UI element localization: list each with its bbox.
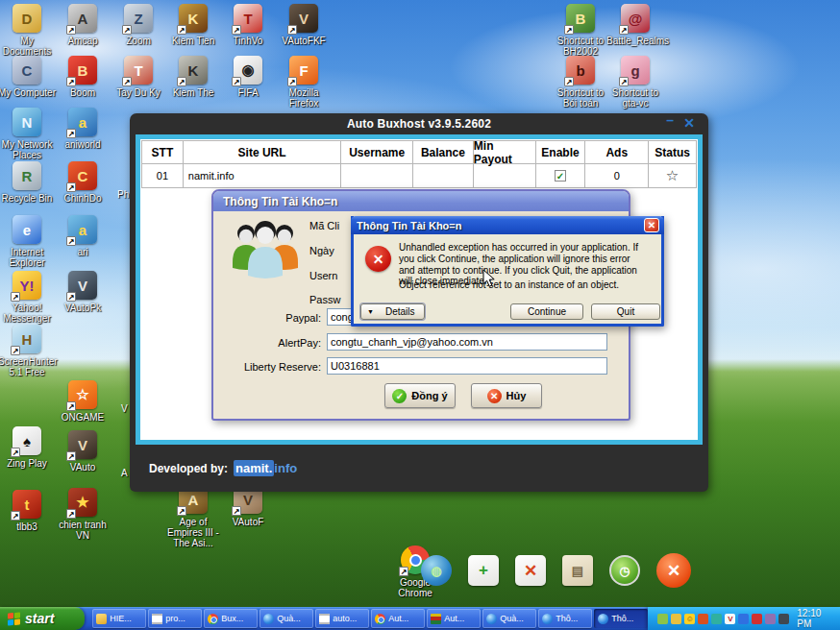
taskbar-task-9-th[interactable]: Thô... bbox=[594, 609, 648, 628]
start-button[interactable]: start bbox=[0, 607, 85, 630]
exit-app-icon[interactable]: ✕ bbox=[656, 553, 691, 588]
desktop-icon-fifa[interactable]: ◉↗FIFA bbox=[219, 56, 277, 98]
column-header-status: Status bbox=[649, 140, 697, 164]
confirm-button[interactable]: ✓Đồng ý bbox=[384, 383, 456, 408]
shortcut-arrow-icon: ↗ bbox=[564, 77, 574, 86]
desktop-icon-battle-realms[interactable]: @↗Battle_Realms bbox=[606, 4, 664, 46]
table-row[interactable]: 01namit.info✓0☆ bbox=[141, 164, 697, 188]
desktop-icon-boom[interactable]: B↗Boom bbox=[54, 56, 111, 98]
web-globe-icon[interactable]: ◍ bbox=[421, 555, 452, 586]
desktop-icon-shortcut-to-bh2002[interactable]: B↗Shortcut to BH2002 bbox=[552, 4, 609, 57]
tray-icon-2[interactable]: ☺ bbox=[684, 614, 695, 624]
desktop-icon-tinhvo[interactable]: T↗TinhVo bbox=[219, 4, 277, 46]
shortcut-arrow-icon: ↗ bbox=[11, 346, 20, 355]
desktop-icon-yahoo-messenger[interactable]: Y!↗Yahoo! Messenger bbox=[0, 271, 56, 324]
desktop-icon-my-documents[interactable]: DMy Documents bbox=[0, 4, 56, 57]
cancel-button[interactable]: ✕Hủy bbox=[471, 383, 542, 408]
tray-icon-1[interactable] bbox=[671, 614, 681, 624]
desktop-icon-internet-explorer[interactable]: eInternet Explorer bbox=[0, 215, 56, 268]
desktop-icon-chien-tranh-vn[interactable]: ★↗chien tranh VN bbox=[54, 488, 111, 541]
desktop-icon-my-network-places[interactable]: NMy Network Places bbox=[0, 108, 56, 160]
desktop-icon-zing-play[interactable]: ♠↗Zing Play bbox=[0, 426, 56, 469]
continue-button[interactable]: Continue bbox=[510, 303, 583, 320]
desktop-icon-tay-du-ky[interactable]: T↗Tay Du Ky bbox=[110, 56, 167, 98]
desktop-icon-mozilla-firefox[interactable]: F↗Mozilla Firefox bbox=[275, 56, 333, 109]
desktop-icon-my-computer[interactable]: CMy Computer bbox=[0, 56, 56, 98]
close-button[interactable]: ✕ bbox=[683, 115, 695, 131]
desktop-icon-kiem-the[interactable]: K↗Kiem The bbox=[164, 56, 222, 98]
desktop-icon-vautofkf[interactable]: V↗VAutoFKF bbox=[275, 4, 333, 46]
shortcut-arrow-icon: ↗ bbox=[232, 77, 241, 86]
taskbar-task-1-pro[interactable]: pro... bbox=[148, 609, 202, 628]
tray-icon-7[interactable] bbox=[752, 614, 762, 624]
status-star-icon[interactable]: ☆ bbox=[649, 164, 697, 188]
desktop-icon-tlbb3[interactable]: t↗tlbb3 bbox=[0, 490, 56, 532]
details-button[interactable]: ▼ Details bbox=[360, 303, 425, 320]
enable-checkbox[interactable]: ✓ bbox=[536, 164, 586, 188]
recycle-bin-icon: R bbox=[12, 161, 41, 190]
icon-glyph: a bbox=[79, 114, 86, 131]
taskbar-task-5-aut[interactable]: Aut... bbox=[371, 609, 425, 628]
shortcut-arrow-icon: ↗ bbox=[232, 25, 241, 35]
tray-icon-0[interactable] bbox=[657, 614, 668, 624]
icon-glyph: b bbox=[576, 62, 584, 79]
desktop-icon-kiem-tien[interactable]: K↗Kiem Tien bbox=[164, 4, 222, 46]
contacts-card-icon[interactable]: ▤ bbox=[562, 555, 593, 586]
exception-dialog-titlebar[interactable]: Thông Tin Tài Kho=n bbox=[351, 216, 664, 234]
desktop-icon-vautopk[interactable]: V↗VAutoPk bbox=[54, 271, 111, 313]
window-titlebar[interactable]: Auto Buxhost v3.9.5.2602 – ✕ bbox=[130, 113, 708, 134]
books-icon bbox=[431, 614, 441, 624]
timer-clock-icon[interactable]: ◷ bbox=[609, 555, 640, 586]
desktop-icon-chinhdo[interactable]: C↗ChinhDo bbox=[54, 161, 111, 204]
desktop-icon-vauto[interactable]: V↗VAuto bbox=[54, 430, 111, 472]
quit-button[interactable]: Quit bbox=[591, 303, 660, 320]
icon-label: Battle_Realms bbox=[606, 36, 664, 46]
tlbb3-icon: t↗ bbox=[12, 490, 41, 519]
chinhdo-icon: C↗ bbox=[68, 161, 97, 190]
field-label-m-cli: Mã Cli bbox=[309, 220, 348, 231]
tray-icon-8[interactable] bbox=[765, 614, 776, 624]
tray-icon-6[interactable] bbox=[738, 614, 749, 624]
alertpay-field[interactable] bbox=[327, 333, 607, 351]
field-label-usern: Usern bbox=[309, 270, 348, 281]
desktop-icon-shortcut-to-gta-vc[interactable]: g↗Shortcut to gta-vc bbox=[606, 56, 664, 109]
taskbar-task-7-qu[interactable]: Quà... bbox=[482, 609, 536, 628]
account-dialog-titlebar[interactable]: Thông Tin Tài Kho=n bbox=[213, 191, 629, 211]
shortcut-arrow-icon: ↗ bbox=[66, 401, 76, 411]
taskbar-task-0-hie[interactable]: HIE... bbox=[92, 609, 146, 628]
desktop-icon-ongame[interactable]: ☆↗ONGAME bbox=[54, 380, 111, 423]
desktop-icon-recycle-bin[interactable]: RRecycle Bin bbox=[0, 161, 56, 204]
desktop-icon-age-of-empires-iii-the-asi[interactable]: A↗Age of Empires III - The Asi... bbox=[164, 485, 222, 549]
add-note-icon[interactable]: + bbox=[468, 555, 499, 586]
boom-icon: B↗ bbox=[68, 56, 97, 85]
brand-bold: namit. bbox=[234, 460, 274, 476]
tray-icon-4[interactable] bbox=[711, 614, 722, 624]
icon-label: tlbb3 bbox=[0, 521, 56, 532]
globe-icon bbox=[598, 614, 608, 624]
shortcut-arrow-icon: ↗ bbox=[122, 77, 132, 86]
tray-icon-9[interactable] bbox=[778, 614, 789, 624]
desktop-icon-aniworld[interactable]: a↗aniworld bbox=[54, 108, 111, 150]
taskbar-task-4-auto[interactable]: auto... bbox=[315, 609, 369, 628]
delete-note-icon[interactable]: ✕ bbox=[515, 555, 546, 586]
desktop-icon-ari[interactable]: a↗ari bbox=[54, 215, 111, 257]
star-icon: ☆ bbox=[666, 167, 679, 184]
liberty-reserve-field[interactable] bbox=[327, 357, 607, 375]
tray-icon-5[interactable]: V bbox=[725, 614, 735, 624]
taskbar-task-3-qu[interactable]: Quà... bbox=[259, 609, 313, 628]
desktop-icon-amcap[interactable]: A↗Amcap bbox=[54, 4, 111, 46]
taskbar-task-2-bux[interactable]: Bux... bbox=[204, 609, 258, 628]
desktop-icon-zoom[interactable]: Z↗Zoom bbox=[110, 4, 167, 46]
taskbar-task-6-aut[interactable]: Aut... bbox=[427, 609, 481, 628]
checkbox-checked-icon[interactable]: ✓ bbox=[555, 170, 566, 182]
taskbar-task-8-th[interactable]: Thô... bbox=[538, 609, 592, 628]
exception-close-button[interactable]: ✕ bbox=[644, 218, 659, 232]
screenhunter-5-1-free-icon: H↗ bbox=[12, 325, 41, 353]
tray-icon-3[interactable] bbox=[698, 614, 708, 624]
desktop-icon-screenhunter-5-1-free[interactable]: H↗ScreenHunter 5.1 Free bbox=[0, 325, 56, 377]
battle-realms-icon: @↗ bbox=[621, 4, 650, 33]
desktop-icon-shortcut-to-b-i-to-n[interactable]: b↗Shortcut to Bói toán bbox=[552, 56, 609, 109]
table-header-row: STTSite URLUsernameBalanceMin PayoutEnab… bbox=[141, 140, 697, 164]
minimize-button[interactable]: – bbox=[666, 112, 674, 128]
shortcut-arrow-icon: ↗ bbox=[66, 236, 76, 246]
